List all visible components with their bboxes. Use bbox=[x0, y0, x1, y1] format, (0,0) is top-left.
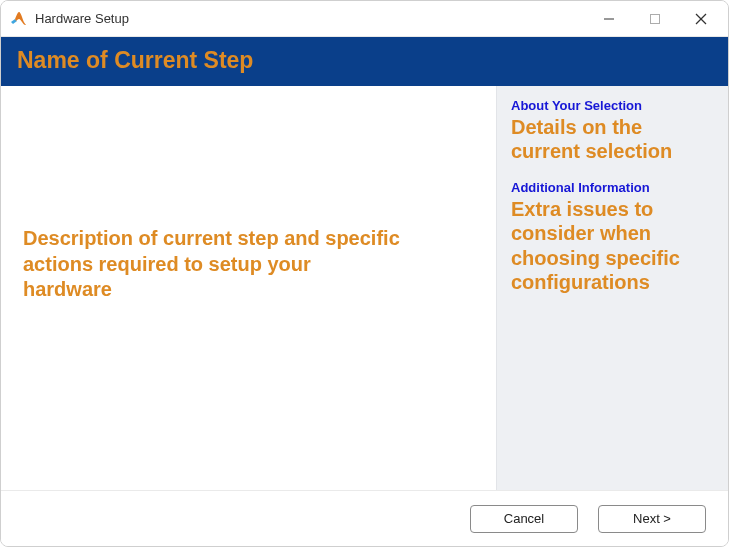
side-pane: About Your Selection Details on the curr… bbox=[496, 86, 728, 490]
step-description: Description of current step and specific… bbox=[23, 226, 403, 303]
step-header: Name of Current Step bbox=[1, 37, 728, 86]
titlebar: Hardware Setup bbox=[1, 1, 728, 37]
cancel-button[interactable]: Cancel bbox=[470, 505, 578, 533]
content-area: Description of current step and specific… bbox=[1, 86, 728, 490]
window-title: Hardware Setup bbox=[35, 11, 129, 26]
about-selection-body: Details on the current selection bbox=[511, 115, 716, 164]
step-title: Name of Current Step bbox=[17, 47, 712, 74]
window-minimize-button[interactable] bbox=[586, 3, 632, 35]
additional-info-heading: Additional Information bbox=[511, 180, 716, 195]
window-close-button[interactable] bbox=[678, 3, 724, 35]
main-pane: Description of current step and specific… bbox=[1, 86, 496, 490]
svg-rect-2 bbox=[651, 14, 660, 23]
hardware-setup-window: Hardware Setup Name of Current Step Desc… bbox=[0, 0, 729, 547]
about-selection-heading: About Your Selection bbox=[511, 98, 716, 113]
maximize-icon bbox=[649, 13, 661, 25]
matlab-icon bbox=[11, 11, 27, 27]
close-icon bbox=[695, 13, 707, 25]
button-bar: Cancel Next > bbox=[1, 490, 728, 546]
additional-info-body: Extra issues to consider when choosing s… bbox=[511, 197, 716, 295]
next-button[interactable]: Next > bbox=[598, 505, 706, 533]
minimize-icon bbox=[603, 13, 615, 25]
window-maximize-button[interactable] bbox=[632, 3, 678, 35]
